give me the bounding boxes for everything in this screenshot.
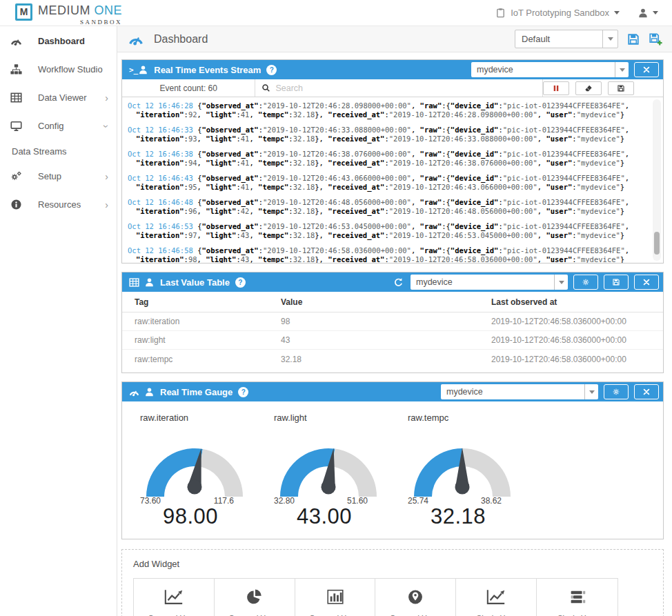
sidebar-item-data-streams[interactable]: Data Streams bbox=[0, 140, 117, 162]
clipboard-icon bbox=[495, 8, 506, 18]
gears-icon bbox=[10, 170, 22, 182]
device-value: mydevice bbox=[441, 387, 584, 397]
close-icon bbox=[642, 388, 651, 396]
last-observed-cell: 2019-10-12T20:46:58.036000+00:00 bbox=[491, 355, 663, 364]
pause-stream-button[interactable] bbox=[543, 81, 569, 95]
pie-chart-icon bbox=[244, 588, 265, 606]
event-count: Event count: 60 bbox=[122, 79, 255, 97]
caret-down-icon bbox=[584, 384, 598, 399]
gear-icon bbox=[582, 278, 590, 286]
clear-stream-button[interactable] bbox=[575, 81, 602, 95]
widget-single-user-cross-filter-chart[interactable]: Single User Cross Filter Chart bbox=[537, 579, 617, 616]
log-timestamp: Oct 12 16:46:33 bbox=[128, 126, 193, 134]
gauge-raw-light: raw.light 32.80 51.60 43.00 bbox=[263, 410, 397, 529]
gauge-icon bbox=[129, 387, 139, 397]
log-entry: Oct 12 16:46:53 {"observed_at":"2019-10-… bbox=[128, 222, 645, 240]
dashboard-content: >_ Real Time Events Stream ? mydevice Ev… bbox=[117, 52, 672, 616]
events-device-select[interactable]: mydevice bbox=[471, 62, 629, 77]
widget-grouped-users-pie-chart[interactable]: Grouped Users Pie Chart bbox=[215, 579, 295, 616]
table-row: raw:tempc 32.18 2019-10-12T20:46:58.0360… bbox=[122, 350, 663, 368]
last-value-device-select[interactable]: mydevice bbox=[411, 275, 568, 290]
sidebar-item-dashboard[interactable]: Dashboard bbox=[0, 27, 117, 55]
table-row: raw:light 43 2019-10-12T20:46:58.036000+… bbox=[122, 331, 663, 350]
export-stream-button[interactable] bbox=[608, 81, 634, 95]
events-close-button[interactable] bbox=[634, 62, 659, 77]
help-icon[interactable]: ? bbox=[235, 277, 246, 288]
log-entry: Oct 12 16:46:28 {"observed_at":"2019-10-… bbox=[128, 101, 645, 119]
widget-single-user-line-chart[interactable]: Single User Line Chart bbox=[456, 579, 537, 616]
sidebar-item-resources[interactable]: Resources › bbox=[0, 190, 117, 219]
gauge-close-button[interactable] bbox=[634, 384, 659, 399]
help-icon[interactable]: ? bbox=[266, 65, 277, 75]
gauge-arc bbox=[263, 430, 394, 501]
person-icon bbox=[144, 387, 155, 397]
log-timestamp: Oct 12 16:46:53 bbox=[128, 222, 193, 230]
workspace-dropdown[interactable]: IoT Prototyping Sandbox bbox=[495, 8, 620, 18]
device-value: mydevice bbox=[471, 65, 615, 74]
last-observed-cell: 2019-10-12T20:46:58.036000+00:00 bbox=[491, 335, 663, 345]
sidebar-nav: Dashboard Workflow Studio Data Viewer › … bbox=[0, 27, 117, 219]
search-box bbox=[255, 79, 543, 97]
widget-line1: Grouped Users bbox=[135, 613, 213, 616]
tag-cell: raw:iteration bbox=[122, 317, 281, 326]
sidebar-item-setup[interactable]: Setup › bbox=[0, 162, 117, 190]
logo-one-text: ONE bbox=[95, 3, 123, 17]
sidebar-item-data-viewer[interactable]: Data Viewer › bbox=[0, 83, 117, 112]
events-panel-title: Real Time Events Stream bbox=[154, 65, 261, 75]
last-value-export-button[interactable] bbox=[604, 275, 629, 290]
widget-grouped-users-line-chart[interactable]: Grouped Users Line Chart bbox=[134, 579, 215, 616]
person-icon bbox=[138, 65, 148, 75]
log-entry: Oct 12 16:46:38 {"observed_at":"2019-10-… bbox=[128, 150, 645, 168]
save-as-new-dashboard-button[interactable] bbox=[649, 32, 662, 46]
gauge-arc bbox=[397, 430, 528, 501]
log-timestamp: Oct 12 16:46:28 bbox=[128, 101, 193, 110]
globe-icon bbox=[405, 588, 426, 606]
logo-sandbox-text: SANDBOX bbox=[38, 19, 122, 26]
last-value-panel: Last Value Table ? mydevice Tag Value La… bbox=[121, 272, 664, 373]
refresh-icon[interactable] bbox=[393, 277, 404, 288]
help-icon[interactable]: ? bbox=[238, 387, 248, 397]
pause-icon bbox=[552, 84, 560, 92]
save-dashboard-button[interactable] bbox=[626, 32, 640, 46]
value-cell: 32.18 bbox=[281, 355, 491, 364]
last-value-settings-button[interactable] bbox=[573, 275, 598, 290]
user-menu[interactable] bbox=[638, 8, 658, 19]
value-cell: 98 bbox=[281, 317, 491, 326]
widget-grid: Grouped Users Line Chart Grouped Users P… bbox=[133, 578, 618, 616]
desktop-icon bbox=[10, 120, 22, 132]
close-icon bbox=[642, 66, 651, 74]
gauge-panel-header: Real Time Gauge ? mydevice bbox=[122, 382, 663, 401]
widget-line1: Single User bbox=[457, 613, 535, 616]
dashboard-preset-select[interactable]: Default bbox=[515, 30, 618, 48]
logo-medium-text: MEDIUM bbox=[38, 3, 90, 17]
preset-value: Default bbox=[515, 34, 602, 44]
last-value-close-button[interactable] bbox=[634, 275, 659, 290]
line-chart-icon bbox=[486, 588, 506, 606]
gear-icon bbox=[612, 388, 620, 396]
value-cell: 43 bbox=[281, 335, 491, 345]
app-root: M MEDIUM ONE SANDBOX IoT Prototyping San… bbox=[0, 0, 672, 616]
sidebar-item-config[interactable]: Config › bbox=[0, 112, 117, 140]
widget-grouped-users-geopoint-chart[interactable]: Grouped Users GeoPoint Chart bbox=[375, 579, 456, 616]
user-icon bbox=[638, 8, 649, 19]
gauge-device-select[interactable]: mydevice bbox=[441, 384, 598, 399]
widget-grouped-users-bar-chart[interactable]: Grouped Users Bar Chart bbox=[295, 579, 376, 616]
log-scrollbar[interactable] bbox=[653, 99, 661, 261]
caret-down-icon bbox=[554, 275, 568, 290]
sidebar-item-workflow-studio[interactable]: Workflow Studio bbox=[0, 55, 117, 83]
gauge-arc bbox=[129, 430, 260, 501]
caret-down-icon bbox=[614, 11, 620, 14]
gauge-raw-tempc: raw.tempc 25.74 38.62 32.18 bbox=[397, 410, 531, 529]
log-timestamp: Oct 12 16:46:48 bbox=[128, 198, 193, 206]
widget-line1: Grouped Users bbox=[216, 613, 293, 616]
log-scrollbar-thumb[interactable] bbox=[654, 232, 660, 255]
last-value-panel-header: Last Value Table ? mydevice bbox=[122, 272, 663, 292]
gauge-label: raw.light bbox=[263, 410, 397, 430]
gauge-value: 98.00 bbox=[123, 504, 257, 529]
close-icon bbox=[642, 278, 651, 286]
search-input[interactable] bbox=[275, 83, 536, 93]
gauge-settings-button[interactable] bbox=[604, 384, 629, 399]
sidebar: Dashboard Workflow Studio Data Viewer › … bbox=[0, 26, 117, 616]
save-icon bbox=[612, 278, 620, 286]
search-icon bbox=[261, 83, 270, 92]
